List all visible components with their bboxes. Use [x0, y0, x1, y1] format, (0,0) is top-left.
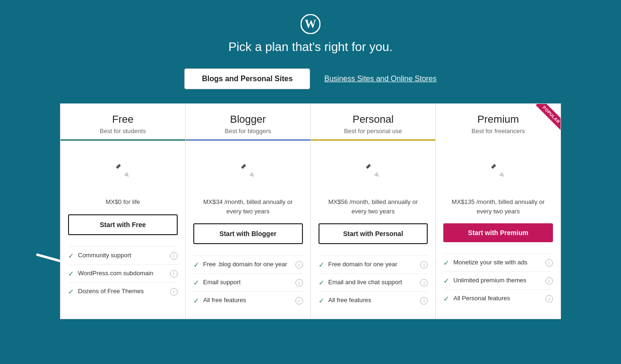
plan-header-personal: Personal Best for personal use	[311, 104, 436, 141]
check-icon: ✓	[319, 261, 325, 269]
plan-header-free: Free Best for students	[60, 104, 185, 141]
check-icon: ✓	[443, 277, 449, 285]
popular-label: POPULAR	[536, 104, 561, 130]
plan-price-blogger: MX$34 /month, billed annually or every t…	[186, 197, 310, 223]
check-icon: ✓	[68, 270, 74, 278]
feature-item: ✓ Monetize your site with ads i	[443, 254, 553, 271]
check-icon: ✓	[193, 261, 199, 269]
info-icon[interactable]: i	[295, 261, 303, 269]
plan-price-premium: MX$135 /month, billed annually or every …	[436, 197, 561, 223]
check-icon: ✓	[319, 296, 325, 305]
info-icon[interactable]: i	[420, 261, 428, 269]
plan-subtitle-personal: Best for personal use	[316, 127, 431, 135]
feature-text: All Personal features	[453, 294, 542, 303]
feature-item: ✓ Unlimited premium themes i	[443, 271, 553, 289]
feature-item: ✓ All Personal features i	[443, 289, 553, 307]
info-icon[interactable]: i	[295, 297, 303, 305]
feature-item: ✓ WordPress.com subdomain i	[68, 264, 178, 282]
plan-card-free: Free Best for students MX$0 for life Sta…	[60, 103, 185, 319]
plan-price-personal: MX$56 /month, billed annually or every t…	[311, 197, 436, 223]
check-icon: ✓	[193, 296, 199, 305]
feature-text: All free features	[203, 296, 292, 305]
info-icon[interactable]: i	[545, 295, 553, 303]
plan-price-free: MX$0 for life	[96, 197, 149, 214]
check-icon: ✓	[443, 259, 449, 267]
tab-bar: Blogs and Personal Sites Business Sites …	[184, 68, 437, 89]
wordpress-logo: W	[301, 14, 320, 34]
check-icon: ✓	[193, 279, 199, 287]
features-list-blogger: ✓ Free .blog domain for one year i ✓ Ema…	[186, 252, 310, 309]
info-icon[interactable]: i	[170, 288, 178, 296]
check-icon: ✓	[68, 252, 74, 260]
feature-item: ✓ Free domain for one year i	[319, 255, 428, 273]
info-icon[interactable]: i	[170, 270, 178, 278]
feature-text: Email and live chat support	[328, 278, 417, 287]
feature-item: ✓ All free features i	[193, 291, 303, 309]
plan-icon-area-premium	[474, 141, 522, 197]
feature-text: Free .blog domain for one year	[203, 260, 292, 269]
cta-button-personal[interactable]: Start with Personal	[319, 223, 428, 244]
plans-container: Free Best for students MX$0 for life Sta…	[60, 103, 561, 319]
svg-text:W: W	[305, 17, 316, 30]
features-list-free: ✓ Community support i ✓ WordPress.com su…	[60, 243, 185, 300]
feature-text: Email support	[203, 278, 292, 287]
plan-name-personal: Personal	[316, 113, 431, 126]
check-icon: ✓	[443, 295, 449, 303]
info-icon[interactable]: i	[420, 297, 428, 305]
feature-item: ✓ Email and live chat support i	[319, 273, 428, 291]
plan-icon-personal	[354, 152, 392, 190]
plan-card-personal: Personal Best for personal use MX$56 /mo…	[310, 103, 436, 319]
feature-text: Unlimited premium themes	[453, 276, 542, 285]
feature-item: ✓ Free .blog domain for one year i	[193, 255, 303, 273]
feature-text: WordPress.com subdomain	[78, 269, 166, 278]
feature-item: ✓ Community support i	[68, 246, 178, 264]
info-icon[interactable]: i	[170, 252, 178, 260]
info-icon[interactable]: i	[420, 279, 428, 287]
feature-text: Monetize your site with ads	[453, 258, 542, 267]
features-list-personal: ✓ Free domain for one year i ✓ Email and…	[311, 252, 436, 309]
feature-item: ✓ Email support i	[193, 273, 303, 291]
check-icon: ✓	[68, 288, 74, 296]
feature-item: ✓ All free features i	[319, 291, 428, 309]
plan-card-blogger: Blogger Best for bloggers MX$34 /month, …	[185, 103, 310, 319]
plan-icon-area-personal	[349, 141, 397, 197]
check-icon: ✓	[319, 279, 325, 287]
info-icon[interactable]: i	[545, 277, 553, 285]
plan-icon-free	[104, 152, 142, 190]
plan-subtitle-blogger: Best for bloggers	[190, 127, 306, 135]
plan-name-free: Free	[65, 113, 181, 126]
feature-item: ✓ Dozens of Free Themes i	[68, 282, 178, 300]
features-list-premium: ✓ Monetize your site with ads i ✓ Unlimi…	[436, 250, 561, 307]
feature-text: All free features	[328, 296, 417, 305]
info-icon[interactable]: i	[545, 259, 553, 267]
feature-text: Free domain for one year	[328, 260, 417, 269]
plan-subtitle-free: Best for students	[65, 127, 181, 135]
plan-card-premium: POPULAR Premium Best for freelancers MX$…	[435, 103, 561, 319]
page-title: Pick a plan that's right for you.	[228, 40, 392, 54]
plan-name-blogger: Blogger	[190, 113, 306, 126]
cta-button-free[interactable]: Start with Free	[68, 214, 178, 235]
plan-icon-area-blogger	[224, 141, 272, 197]
cta-button-blogger[interactable]: Start with Blogger	[193, 223, 303, 244]
plan-header-blogger: Blogger Best for bloggers	[186, 104, 310, 141]
plan-icon-premium	[479, 152, 517, 190]
plan-icon-blogger	[229, 152, 267, 190]
tab-blogs-personal[interactable]: Blogs and Personal Sites	[184, 68, 310, 89]
info-icon[interactable]: i	[295, 279, 303, 287]
plan-icon-area-free	[99, 141, 147, 197]
popular-ribbon: POPULAR	[527, 104, 561, 137]
cta-button-premium[interactable]: Start with Premium	[443, 223, 553, 242]
tab-business-online[interactable]: Business Sites and Online Stores	[324, 75, 436, 83]
feature-text: Community support	[78, 251, 166, 260]
feature-text: Dozens of Free Themes	[78, 287, 166, 296]
